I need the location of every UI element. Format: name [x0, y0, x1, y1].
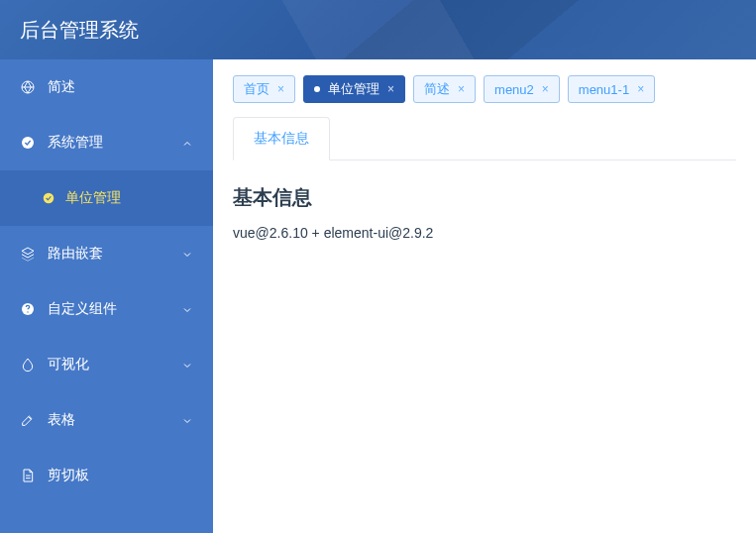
main-content: 首页 × 单位管理 × 简述 × menu2 × menu1-1 ×: [213, 59, 756, 533]
submenu-label: 单位管理: [65, 189, 121, 207]
menu-label: 系统管理: [48, 134, 103, 152]
edit-icon: [20, 412, 36, 428]
tab-basic-info[interactable]: 基本信息: [233, 117, 330, 160]
close-icon[interactable]: ×: [542, 83, 549, 95]
tag-bar: 首页 × 单位管理 × 简述 × menu2 × menu1-1 ×: [233, 75, 736, 103]
svg-point-2: [44, 193, 54, 204]
sidebar-item-visualization[interactable]: 可视化: [0, 337, 213, 392]
sidebar-item-tables[interactable]: 表格: [0, 392, 213, 448]
layers-icon: [20, 246, 36, 262]
tag-overview[interactable]: 简述 ×: [413, 75, 476, 103]
menu-label: 剪切板: [48, 467, 89, 484]
tag-label: 简述: [424, 80, 450, 98]
tag-home[interactable]: 首页 ×: [233, 75, 295, 103]
tag-menu2[interactable]: menu2 ×: [484, 75, 560, 103]
app-header: 后台管理系统: [0, 0, 756, 59]
file-text-icon: [20, 468, 36, 483]
sidebar-item-overview[interactable]: 简述: [0, 59, 213, 115]
check-circle-icon: [42, 191, 55, 205]
tag-label: menu2: [494, 82, 534, 97]
sidebar-item-router-nest[interactable]: 路由嵌套: [0, 226, 213, 281]
chevron-down-icon: [181, 414, 193, 426]
droplet-icon: [20, 357, 36, 373]
sidebar-item-custom-components[interactable]: 自定义组件: [0, 281, 213, 337]
tabs: 基本信息: [233, 117, 736, 160]
svg-point-4: [27, 311, 28, 312]
chevron-down-icon: [181, 303, 193, 315]
tag-label: menu1-1: [579, 82, 629, 97]
tag-label: 首页: [244, 80, 270, 98]
app-title: 后台管理系统: [20, 17, 139, 44]
close-icon[interactable]: ×: [387, 83, 394, 95]
chevron-down-icon: [181, 248, 193, 260]
tag-unit-management[interactable]: 单位管理 ×: [303, 75, 405, 103]
content-body: vue@2.6.10 + element-ui@2.9.2: [233, 225, 736, 241]
chevron-up-icon: [181, 137, 193, 149]
sidebar: 简述 系统管理 单位管理: [0, 59, 213, 533]
svg-point-1: [22, 137, 34, 149]
close-icon[interactable]: ×: [277, 83, 284, 95]
close-icon[interactable]: ×: [458, 83, 465, 95]
menu-label: 自定义组件: [48, 300, 117, 318]
tab-label: 基本信息: [254, 130, 309, 146]
check-circle-icon: [20, 135, 36, 151]
tag-menu1-1[interactable]: menu1-1 ×: [568, 75, 655, 103]
chevron-down-icon: [181, 359, 193, 371]
help-circle-icon: [20, 301, 36, 317]
sidebar-item-clipboard[interactable]: 剪切板: [0, 448, 213, 503]
menu-label: 路由嵌套: [48, 245, 103, 263]
tag-label: 单位管理: [328, 80, 379, 98]
sidebar-item-system[interactable]: 系统管理: [0, 115, 213, 170]
aperture-icon: [20, 79, 36, 95]
content-panel: 基本信息 vue@2.6.10 + element-ui@2.9.2: [233, 160, 736, 241]
active-dot-icon: [314, 86, 320, 92]
close-icon[interactable]: ×: [637, 83, 644, 95]
menu-label: 简述: [48, 78, 75, 96]
content-heading: 基本信息: [233, 184, 736, 211]
menu-label: 表格: [48, 411, 75, 429]
sidebar-subitem-unit-management[interactable]: 单位管理: [0, 170, 213, 226]
menu-label: 可视化: [48, 356, 89, 373]
